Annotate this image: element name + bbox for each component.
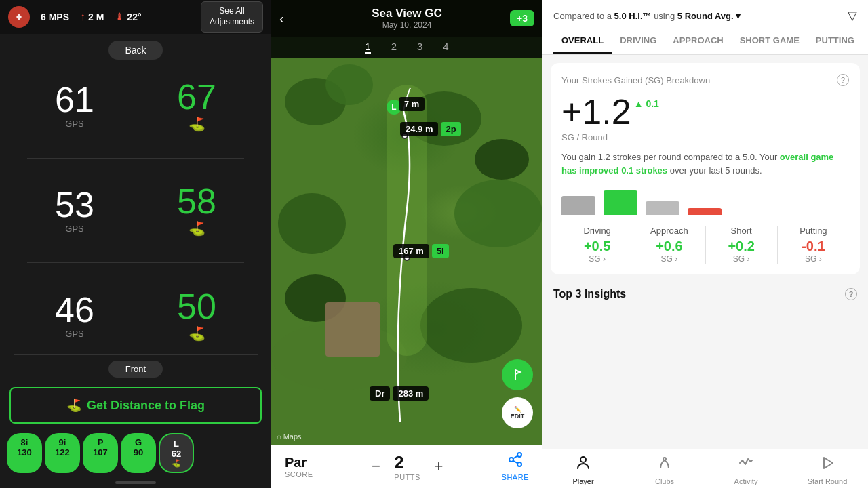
sg-per-round: SG / Round xyxy=(561,132,849,142)
hole-2-button[interactable]: 2 xyxy=(391,41,397,54)
nav-start-round[interactable]: Start Round xyxy=(787,455,868,485)
distance-label-gps-3: GPS xyxy=(55,329,94,339)
start-round-nav-label: Start Round xyxy=(808,477,848,485)
clubs-icon xyxy=(656,455,673,475)
distance-value-58: 58 xyxy=(177,184,216,219)
nav-clubs[interactable]: Clubs xyxy=(624,455,705,485)
start-round-icon xyxy=(819,455,835,475)
bar-approach xyxy=(604,190,637,215)
nav-player[interactable]: Player xyxy=(542,455,624,485)
flag-distance-icon: ⛳ xyxy=(66,398,81,413)
club-item-l[interactable]: L 62 ⛳ xyxy=(159,433,194,473)
activity-nav-label: Activity xyxy=(734,477,758,485)
share-label: SHARE xyxy=(502,473,529,481)
distance-value-53: 53 xyxy=(55,187,94,222)
club-name-p: P xyxy=(98,437,104,447)
distance-value-67: 67 xyxy=(177,79,216,115)
map-footer: Par SCORE − 2 PUTTS + SHARE xyxy=(271,445,542,488)
svg-point-2 xyxy=(580,457,586,462)
club-name-l: L xyxy=(174,439,179,449)
flag-button[interactable] xyxy=(502,359,533,390)
driving-sg-link[interactable]: SG › xyxy=(561,254,633,264)
distance-167m: 167 m xyxy=(393,244,429,258)
shot-label-167m: 167 m 5i xyxy=(393,244,449,258)
tab-putting[interactable]: PUTTING xyxy=(808,28,863,54)
tab-short-game[interactable]: SHORT GAME xyxy=(732,28,808,54)
club-item-8i[interactable]: 8i 130 xyxy=(7,433,42,473)
club-item-g[interactable]: G 90 xyxy=(121,433,156,473)
stats-tabs: OVERALL DRIVING APPROACH SHORT GAME PUTT… xyxy=(553,28,857,54)
approach-sg-link[interactable]: SG › xyxy=(633,254,705,264)
hole-3-button[interactable]: 3 xyxy=(417,41,422,54)
filter-icon[interactable]: ▽ xyxy=(848,8,857,23)
sg-desc-2: over your last 5 rounds. xyxy=(667,165,762,176)
bar-putting xyxy=(688,208,722,215)
hole-1-button[interactable]: 1 xyxy=(365,41,370,54)
sg-main-value: +1.2 xyxy=(561,92,631,132)
map-title: Sea View GC xyxy=(298,7,515,20)
distance-item-w-3: 50 ⛳ xyxy=(177,289,216,342)
club-badge-5i: 5i xyxy=(432,244,449,258)
insights-help-icon[interactable]: ? xyxy=(845,288,857,300)
distance-item-w-1: 67 ⛳ xyxy=(177,79,216,132)
wind-speed: 6 MPS xyxy=(41,12,69,22)
sg-title: Your Strokes Gained (SG) Breakdown xyxy=(561,75,710,85)
club-item-9i[interactable]: 9i 122 xyxy=(45,433,80,473)
gps-header: 6 MPS ↑ 2 M 🌡 22° See All Adjustments xyxy=(0,0,271,34)
back-button[interactable]: Back xyxy=(108,41,163,60)
svg-point-3 xyxy=(663,458,666,460)
putts-plus-button[interactable]: + xyxy=(429,458,449,475)
stats-panel: Compared to a 5.0 H.I.™ using 5 Round Av… xyxy=(542,0,868,488)
putting-sg-link[interactable]: SG › xyxy=(778,254,849,264)
club-badge-2p: 2p xyxy=(441,122,460,136)
svg-point-1 xyxy=(511,368,524,382)
club-item-p[interactable]: P 107 xyxy=(83,433,118,473)
short-label: Short xyxy=(706,226,777,236)
distance-value-46: 46 xyxy=(55,292,94,327)
bar-short xyxy=(646,201,679,215)
putts-value: 2 xyxy=(394,452,420,473)
tab-overall[interactable]: OVERALL xyxy=(553,28,612,54)
sg-desc-1: You gain 1.2 strokes per round compared … xyxy=(561,152,780,162)
sg-cat-approach: Approach +0.6 SG › xyxy=(633,226,705,264)
hole-4-button[interactable]: 4 xyxy=(443,41,448,54)
tab-driving[interactable]: DRIVING xyxy=(612,28,665,54)
club-dist-p: 107 xyxy=(93,447,108,458)
club-w-icon-2: ⛳ xyxy=(177,220,216,237)
see-all-button[interactable]: See All Adjustments xyxy=(201,1,263,32)
share-icon xyxy=(507,451,524,472)
distance-item-gps-3: 46 GPS xyxy=(55,292,94,339)
sg-bar-chart xyxy=(561,188,849,215)
approach-label: Approach xyxy=(633,226,705,236)
short-sg-link[interactable]: SG › xyxy=(706,254,777,264)
distance-row-2: 53 GPS 58 ⛳ xyxy=(14,184,258,237)
map-header: ‹ Sea View GC May 10, 2024 +3 xyxy=(271,0,542,37)
distance-24m: 24.9 m xyxy=(400,122,438,136)
help-icon[interactable]: ? xyxy=(837,74,849,86)
driving-label: Driving xyxy=(561,226,633,236)
club-w-icon-3: ⛳ xyxy=(177,325,216,342)
sg-cat-short: Short +0.2 SG › xyxy=(706,226,777,264)
hole-navigation: 1 2 3 4 xyxy=(271,37,542,58)
par-section: Par SCORE xyxy=(285,455,313,479)
map-back-button[interactable]: ‹ xyxy=(279,11,284,26)
club-dist-l: 62 xyxy=(172,449,181,459)
temperature: 🌡 22° xyxy=(115,12,141,22)
score-label: SCORE xyxy=(285,470,313,479)
edit-button[interactable]: ✏️ EDIT xyxy=(502,397,533,428)
stats-content: Your Strokes Gained (SG) Breakdown ? +1.… xyxy=(542,55,868,449)
driving-value: +0.5 xyxy=(561,239,633,254)
club-name-9i: 9i xyxy=(59,437,66,447)
player-icon xyxy=(575,455,591,475)
wind-distance: ↑ 2 M xyxy=(80,11,104,23)
nav-activity[interactable]: Activity xyxy=(705,455,787,485)
tab-approach[interactable]: APPROACH xyxy=(665,28,731,54)
share-section[interactable]: SHARE xyxy=(502,451,529,481)
get-distance-button[interactable]: ⛳ Get Distance to Flag xyxy=(9,387,262,424)
sg-delta: ▲ 0.1 xyxy=(634,98,659,109)
distance-label-gps-2: GPS xyxy=(55,224,94,234)
sg-description: You gain 1.2 strokes per round compared … xyxy=(561,150,849,177)
putts-minus-button[interactable]: − xyxy=(366,458,386,475)
score-badge: +3 xyxy=(510,10,534,26)
distance-item-gps-2: 53 GPS xyxy=(55,187,94,234)
